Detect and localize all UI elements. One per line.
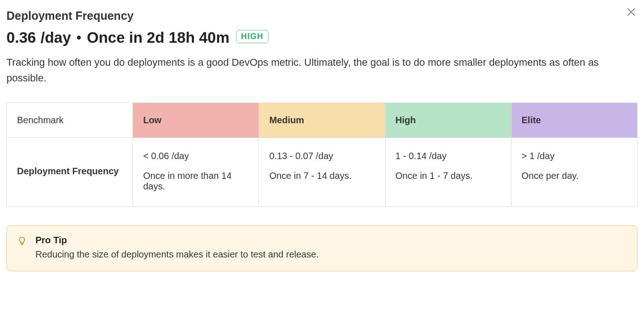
benchmark-header-row: Benchmark Low Medium High Elite xyxy=(7,103,638,138)
separator-dot: • xyxy=(76,31,81,45)
protip-callout: Pro Tip Reducing the size of deployments… xyxy=(6,225,638,271)
lightbulb-icon xyxy=(17,236,27,248)
cell-high: 1 - 0.14 /day Once in 1 - 7 days. xyxy=(385,138,511,207)
metric-interval: Once in 2d 18h 40m xyxy=(87,29,230,46)
cell-elite: > 1 /day Once per day. xyxy=(511,138,637,207)
cell-desc: Once in 7 - 14 days. xyxy=(269,171,374,181)
cell-range: > 1 /day xyxy=(522,151,627,161)
cell-desc: Once in 1 - 7 days. xyxy=(396,171,501,181)
tier-header-high: High xyxy=(385,103,511,138)
metric-value: 0.36 xyxy=(6,29,36,46)
row-label: Deployment Frequency xyxy=(7,138,133,207)
protip-body: Pro Tip Reducing the size of deployments… xyxy=(35,235,627,260)
cell-range: < 0.06 /day xyxy=(143,151,248,161)
benchmark-header-label: Benchmark xyxy=(7,103,133,138)
tier-badge: HIGH xyxy=(236,30,269,43)
tier-header-medium: Medium xyxy=(259,103,385,138)
page-title: Deployment Frequency xyxy=(6,9,638,23)
close-button[interactable] xyxy=(624,5,638,19)
cell-range: 1 - 0.14 /day xyxy=(396,151,501,161)
interval-label: Once in xyxy=(87,29,143,46)
protip-text: Reducing the size of deployments makes i… xyxy=(35,249,627,260)
cell-desc: Once in more than 14 days. xyxy=(143,171,248,192)
metric-detail-panel: Deployment Frequency 0.36 /day • Once in… xyxy=(0,0,644,326)
table-row: Deployment Frequency < 0.06 /day Once in… xyxy=(7,138,638,207)
metric-unit: /day xyxy=(40,29,71,46)
cell-desc: Once per day. xyxy=(522,171,627,181)
cell-low: < 0.06 /day Once in more than 14 days. xyxy=(133,138,259,207)
metric-summary: 0.36 /day • Once in 2d 18h 40m HIGH xyxy=(6,29,638,46)
tier-header-elite: Elite xyxy=(511,103,637,138)
protip-title: Pro Tip xyxy=(35,235,627,246)
cell-medium: 0.13 - 0.07 /day Once in 7 - 14 days. xyxy=(259,138,385,207)
close-icon xyxy=(626,7,636,17)
benchmark-table: Benchmark Low Medium High Elite Deployme… xyxy=(6,103,638,207)
metric-description: Tracking how often you do deployments is… xyxy=(6,55,632,86)
cell-range: 0.13 - 0.07 /day xyxy=(269,151,374,161)
metric-primary: 0.36 /day xyxy=(6,29,71,46)
tier-header-low: Low xyxy=(133,103,259,138)
interval-value: 2d 18h 40m xyxy=(147,29,230,46)
